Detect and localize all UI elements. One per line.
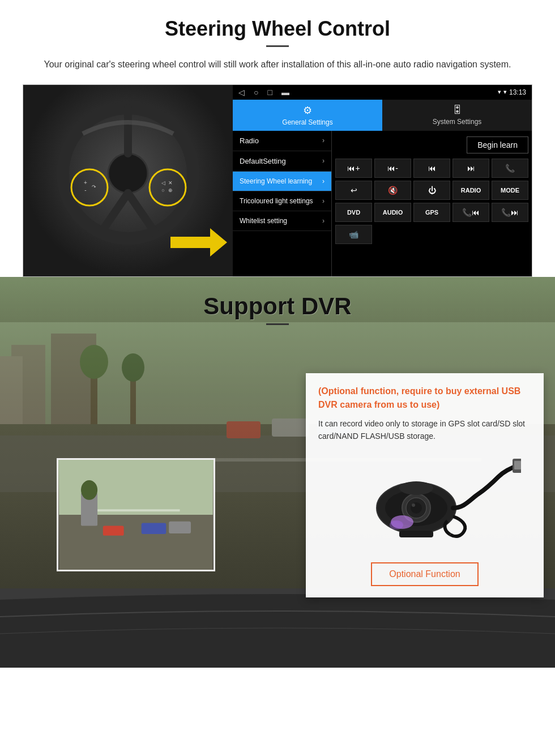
ctrl-phone-next[interactable]: 📞⏭ [492,203,528,222]
preview-scene-svg [58,460,214,570]
dvr-preview-thumbnail [57,458,215,571]
svg-point-5 [71,169,108,206]
status-icons: ▾ ▾ 13:13 [498,88,526,96]
preview-image [58,460,214,570]
ctrl-mode[interactable]: MODE [492,181,528,200]
ctrl-vol-down[interactable]: ⏮- [374,159,411,178]
chevron-icon: › [322,136,325,144]
tab-system-settings[interactable]: 🎛 System Settings [382,100,532,131]
menu-item-tricoloured[interactable]: Tricoloured light settings › [233,191,331,211]
right-controls-panel: Begin learn ⏮+ ⏮- ⏮ ⏭ 📞 ↩ 🔇 ⏻ [332,131,532,276]
svg-rect-25 [227,421,261,438]
begin-learn-row: Begin learn [335,134,528,156]
controls-row-3: DVD AUDIO GPS 📞⏮ 📞⏭ [335,203,528,222]
chevron-icon: › [322,177,325,185]
svg-point-32 [81,480,97,499]
tab-general-settings[interactable]: ⚙ General Settings [233,100,382,131]
svg-text:↷: ↷ [92,184,96,190]
svg-text:-: - [84,187,86,193]
home-icon: ○ [254,88,258,97]
dvr-camera-svg [328,454,521,550]
svg-point-41 [412,503,415,507]
optional-function-button[interactable]: Optional Function [371,562,478,586]
steering-wheel-svg: + - ↷ ◁ ✕ ○ ⊕ [54,100,202,247]
recents-icon: □ [267,88,272,97]
svg-point-6 [150,169,186,206]
svg-point-1 [108,153,148,193]
begin-learn-button[interactable]: Begin learn [467,136,528,153]
settings-tabs: ⚙ General Settings 🎛 System Settings [233,100,532,131]
dvr-background: Support DVR (Optional func [0,277,555,668]
menu-list: Radio › DefaultSetting › Steering Wheel … [233,131,532,276]
wifi-icon: ▾ [503,88,507,96]
menu-item-steering-wheel[interactable]: Steering Wheel learning › [233,172,331,191]
yellow-arrow [170,225,227,259]
back-icon: ◁ [238,88,245,97]
optional-required-text: (Optional function, require to buy exter… [318,385,531,412]
menu-item-whitelist[interactable]: Whitelist setting › [233,211,331,231]
svg-rect-30 [92,509,180,511]
svg-text:○: ○ [161,187,164,193]
svg-rect-45 [514,461,521,469]
menu-item-defaultsetting[interactable]: DefaultSetting › [233,151,331,172]
svg-point-20 [80,345,108,379]
svg-marker-14 [170,228,227,257]
chevron-icon: › [322,217,325,225]
svg-line-4 [128,193,156,234]
svg-text:◁: ◁ [161,180,165,186]
svg-rect-35 [103,526,124,535]
dvr-section: Support DVR (Optional func [0,277,555,668]
menu-items-panel: Radio › DefaultSetting › Steering Wheel … [233,131,332,276]
tab-general-label: General Settings [282,118,332,126]
controls-row-2: ↩ 🔇 ⏻ RADIO MODE [335,181,528,200]
dvr-title-block: Support DVR [0,277,555,328]
tab-system-label: System Settings [433,118,482,126]
controls-row-4: 📹 [335,225,528,244]
steering-composite: + - ↷ ◁ ✕ ○ ⊕ [23,84,532,277]
svg-text:+: + [84,180,87,186]
ctrl-next-track[interactable]: ⏭ [452,159,489,178]
svg-point-47 [390,520,403,529]
dvr-divider [266,323,289,325]
ctrl-back[interactable]: ↩ [335,181,372,200]
svg-text:⊕: ⊕ [168,187,173,193]
ctrl-power[interactable]: ⏻ [413,181,450,200]
system-icon: 🎛 [452,104,462,116]
steering-photo: + - ↷ ◁ ✕ ○ ⊕ [23,85,233,276]
ctrl-prev-track[interactable]: ⏮ [413,159,450,178]
ctrl-audio[interactable]: AUDIO [374,203,411,222]
ctrl-vol-up[interactable]: ⏮+ [335,159,372,178]
chevron-icon: › [322,197,325,205]
android-statusbar: ◁ ○ □ ▬ ▾ ▾ 13:13 [233,85,532,100]
svg-rect-33 [142,523,166,533]
ctrl-phone-prev[interactable]: 📞⏮ [452,203,489,222]
svg-rect-43 [399,531,433,537]
svg-text:✕: ✕ [168,180,173,186]
svg-rect-34 [169,521,191,533]
ctrl-dvr[interactable]: 📹 [335,225,372,244]
ctrl-mute[interactable]: 🔇 [374,181,411,200]
dvr-camera-illustration [318,451,531,553]
steering-section: Steering Wheel Control Your original car… [0,0,555,277]
menu-icon: ▬ [281,88,289,97]
ctrl-phone[interactable]: 📞 [492,159,528,178]
clock: 13:13 [509,88,526,96]
controls-row-1: ⏮+ ⏮- ⏮ ⏭ 📞 [335,159,528,178]
signal-icon: ▾ [498,88,501,96]
steering-title: Steering Wheel Control [23,17,532,41]
ctrl-radio[interactable]: RADIO [452,181,489,200]
dashboard-bottom [0,588,555,668]
ctrl-gps[interactable]: GPS [413,203,450,222]
dashboard-svg [0,588,555,668]
svg-rect-26 [272,418,309,437]
menu-item-radio[interactable]: Radio › [233,131,331,151]
steering-subtitle: Your original car's steering wheel contr… [23,57,532,72]
svg-point-42 [399,481,433,495]
svg-rect-18 [0,356,23,424]
dvr-title: Support DVR [0,293,555,320]
svg-point-22 [122,353,144,382]
chevron-icon: › [322,157,325,165]
android-panel: ◁ ○ □ ▬ ▾ ▾ 13:13 ⚙ General Settings [233,85,532,276]
ctrl-dvd[interactable]: DVD [335,203,372,222]
gear-icon: ⚙ [303,104,312,117]
